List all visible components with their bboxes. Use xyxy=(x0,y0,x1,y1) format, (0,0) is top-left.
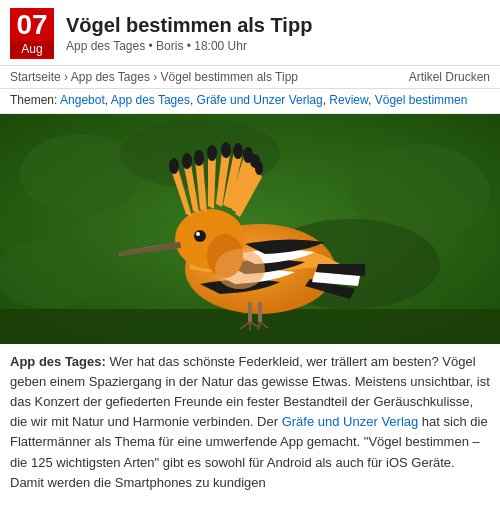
svg-point-16 xyxy=(182,153,192,169)
themes-list: Angebot, App des Tages, Gräfe und Unzer … xyxy=(60,93,467,107)
breadcrumb-section[interactable]: App des Tages xyxy=(71,70,150,84)
theme-link[interactable]: Angebot xyxy=(60,93,105,107)
article-header: 07 Aug Vögel bestimmen als Tipp App des … xyxy=(0,0,500,66)
print-link-text[interactable]: Artikel Drucken xyxy=(409,70,490,84)
theme-link[interactable]: Vögel bestimmen xyxy=(375,93,468,107)
svg-point-15 xyxy=(255,161,263,175)
header-text: Vögel bestimmen als Tipp App des Tages •… xyxy=(66,13,312,53)
svg-point-12 xyxy=(233,143,243,159)
theme-link[interactable]: Review xyxy=(329,93,368,107)
theme-link[interactable]: Gräfe und Unzer Verlag xyxy=(197,93,323,107)
bird-image xyxy=(0,114,500,344)
print-link[interactable]: Artikel Drucken xyxy=(409,70,490,84)
breadcrumb-sep2: › xyxy=(153,70,160,84)
article-meta: App des Tages • Boris • 18:00 Uhr xyxy=(66,39,312,53)
svg-rect-23 xyxy=(258,302,262,322)
themes-bar: Themen: Angebot, App des Tages, Gräfe un… xyxy=(0,89,500,114)
breadcrumb: Startseite › App des Tages › Vögel besti… xyxy=(10,70,298,84)
date-badge: 07 Aug xyxy=(10,8,54,59)
graefe-unzer-link[interactable]: Gräfe und Unzer Verlag xyxy=(282,414,419,429)
svg-point-9 xyxy=(194,150,204,166)
themes-label: Themen: xyxy=(10,93,57,107)
breadcrumb-sep1: › xyxy=(64,70,71,84)
date-month: Aug xyxy=(10,41,54,57)
article-title: Vögel bestimmen als Tipp xyxy=(66,13,312,37)
svg-point-17 xyxy=(169,158,179,174)
breadcrumb-bar: Startseite › App des Tages › Vögel besti… xyxy=(0,66,500,89)
article-lead-label: App des Tages: xyxy=(10,354,106,369)
bird-illustration xyxy=(0,114,500,344)
svg-point-1 xyxy=(20,134,140,214)
svg-point-21 xyxy=(215,249,265,289)
date-day: 07 xyxy=(10,10,54,41)
breadcrumb-home[interactable]: Startseite xyxy=(10,70,61,84)
svg-point-10 xyxy=(207,145,217,161)
breadcrumb-current: Vögel bestimmen als Tipp xyxy=(161,70,298,84)
svg-point-18 xyxy=(194,230,206,242)
svg-rect-22 xyxy=(248,302,252,322)
svg-point-11 xyxy=(221,142,231,158)
theme-link[interactable]: App des Tages xyxy=(111,93,190,107)
svg-point-5 xyxy=(0,239,105,309)
svg-point-19 xyxy=(196,232,200,236)
article-body: App des Tages: Wer hat das schönste Fede… xyxy=(0,344,500,503)
